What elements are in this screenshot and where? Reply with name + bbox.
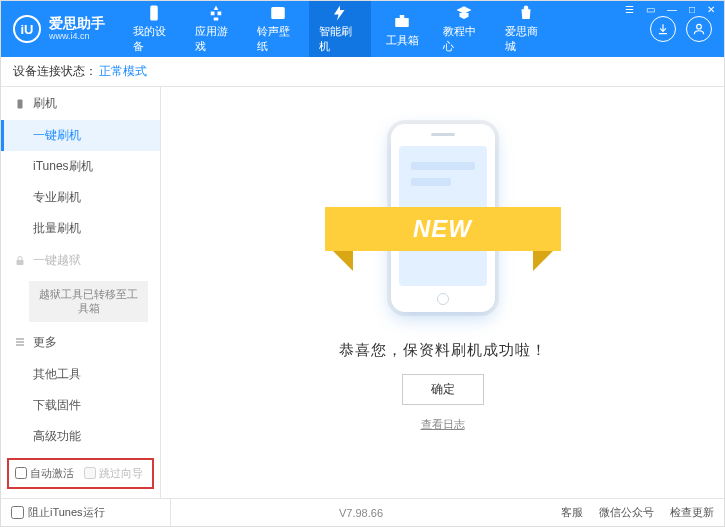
sidebar-item-advanced[interactable]: 高级功能	[1, 421, 160, 452]
success-message: 恭喜您，保资料刷机成功啦！	[339, 341, 547, 360]
device-info: iPhone 15 Pro Max 512GB iPhone	[1, 495, 160, 498]
sidebar-item-itunes-flash[interactable]: iTunes刷机	[1, 151, 160, 182]
status-mode: 正常模式	[99, 63, 147, 80]
nav-my-device[interactable]: 我的设备	[123, 1, 185, 57]
svg-rect-7	[16, 339, 24, 340]
nav-ringtone-wallpaper[interactable]: 铃声壁纸	[247, 1, 309, 57]
auto-activate-checkbox[interactable]: 自动激活	[15, 466, 74, 481]
status-label: 设备连接状态：	[13, 63, 97, 80]
logo: iU 爱思助手 www.i4.cn	[13, 15, 123, 43]
tutorial-icon	[454, 4, 474, 22]
svg-rect-1	[271, 7, 285, 19]
svg-rect-5	[18, 99, 23, 108]
version-label: V7.98.66	[339, 507, 383, 519]
svg-rect-6	[17, 260, 24, 265]
footer-link-wechat[interactable]: 微信公众号	[599, 505, 654, 520]
nav-shop[interactable]: 爱思商城	[495, 1, 557, 57]
more-icon	[13, 335, 27, 349]
sidebar-section-more[interactable]: 更多	[1, 326, 160, 359]
nav-tutorial[interactable]: 教程中心	[433, 1, 495, 57]
sidebar-section-jailbreak: 一键越狱	[1, 244, 160, 277]
svg-rect-3	[400, 15, 405, 18]
device-icon	[144, 4, 164, 22]
toolbox-icon	[392, 11, 412, 31]
window-controls: ☰ ▭ — □ ✕	[622, 4, 718, 15]
flash-section-icon	[13, 97, 27, 111]
highlighted-options: 自动激活 跳过向导	[7, 458, 154, 489]
sidebar: 刷机 一键刷机 iTunes刷机 专业刷机 批量刷机 一键越狱 越狱工具已转移至…	[1, 87, 161, 498]
nav-apps-games[interactable]: 应用游戏	[185, 1, 247, 57]
app-header: ☰ ▭ — □ ✕ iU 爱思助手 www.i4.cn 我的设备 应用游戏 铃声…	[1, 1, 724, 57]
maximize-icon[interactable]: □	[686, 4, 698, 15]
status-bar: 设备连接状态： 正常模式	[1, 57, 724, 87]
sidebar-section-flash[interactable]: 刷机	[1, 87, 160, 120]
close-icon[interactable]: ✕	[704, 4, 718, 15]
settings-icon[interactable]: ☰	[622, 4, 637, 15]
sidebar-item-pro-flash[interactable]: 专业刷机	[1, 182, 160, 213]
nav-smart-flash[interactable]: 智能刷机	[309, 1, 371, 57]
view-log-link[interactable]: 查看日志	[421, 417, 465, 432]
confirm-button[interactable]: 确定	[402, 374, 484, 405]
logo-url: www.i4.cn	[49, 32, 105, 42]
jailbreak-moved-note: 越狱工具已转移至工具箱	[29, 281, 148, 322]
skin-icon[interactable]: ▭	[643, 4, 658, 15]
svg-rect-2	[395, 18, 409, 27]
svg-rect-0	[150, 6, 158, 21]
lock-icon	[13, 254, 27, 268]
footer-link-support[interactable]: 客服	[561, 505, 583, 520]
sidebar-item-download-firmware[interactable]: 下载固件	[1, 390, 160, 421]
shop-icon	[516, 4, 536, 22]
block-itunes-checkbox[interactable]: 阻止iTunes运行	[11, 505, 105, 520]
footer: 阻止iTunes运行 V7.98.66 客服 微信公众号 检查更新	[1, 498, 724, 526]
sidebar-item-batch-flash[interactable]: 批量刷机	[1, 213, 160, 244]
nav-toolbox[interactable]: 工具箱	[371, 1, 433, 57]
main-panel: NEW 恭喜您，保资料刷机成功啦！ 确定 查看日志	[161, 87, 724, 498]
user-button[interactable]	[686, 16, 712, 42]
top-nav: 我的设备 应用游戏 铃声壁纸 智能刷机 工具箱 教程中心 爱思商城	[123, 1, 557, 57]
minimize-icon[interactable]: —	[664, 4, 680, 15]
success-illustration: NEW	[353, 113, 533, 323]
flash-icon	[330, 4, 350, 22]
logo-title: 爱思助手	[49, 16, 105, 31]
svg-rect-8	[16, 342, 24, 343]
image-icon	[268, 4, 288, 22]
sidebar-item-other-tools[interactable]: 其他工具	[1, 359, 160, 390]
download-button[interactable]	[650, 16, 676, 42]
svg-point-4	[697, 24, 702, 29]
svg-rect-9	[16, 345, 24, 346]
footer-link-update[interactable]: 检查更新	[670, 505, 714, 520]
new-banner: NEW	[325, 207, 561, 251]
logo-icon: iU	[13, 15, 41, 43]
skip-guide-checkbox[interactable]: 跳过向导	[84, 466, 143, 481]
apps-icon	[206, 4, 226, 22]
sidebar-item-onekey-flash[interactable]: 一键刷机	[1, 120, 160, 151]
